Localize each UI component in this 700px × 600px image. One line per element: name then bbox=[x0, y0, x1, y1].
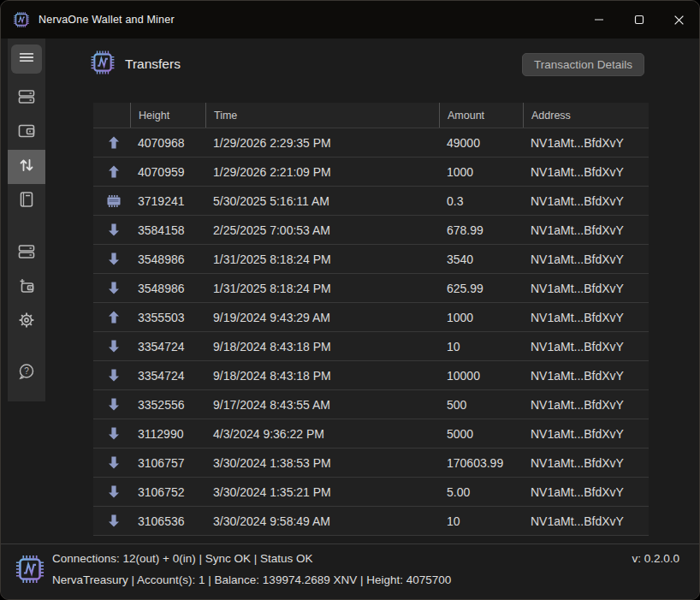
table-row[interactable]: 4070959 1/29/2026 2:21:09 PM 1000 NV1aMt… bbox=[93, 157, 649, 187]
table-row[interactable]: 3106752 3/30/2024 1:35:21 PM 5.00 NV1aMt… bbox=[93, 478, 649, 507]
received-down-arrow-icon bbox=[107, 514, 121, 528]
tx-time: 1/31/2025 8:18:24 PM bbox=[205, 245, 439, 273]
minimize-button[interactable] bbox=[578, 1, 619, 39]
main-content: Transfers Transaction Details Height Tim… bbox=[45, 39, 692, 544]
nerva-chip-logo-footer-icon bbox=[15, 554, 45, 588]
tx-amount: 3540 bbox=[439, 245, 523, 273]
table-row[interactable]: 3112990 4/3/2024 9:36:22 PM 5000 NV1aMt.… bbox=[93, 419, 649, 449]
column-header-icon bbox=[93, 103, 130, 128]
maximize-button[interactable] bbox=[619, 1, 659, 39]
tx-address: NV1aMt...BfdXvY bbox=[523, 245, 649, 273]
status-bar: Connections: 12(out) + 0(in) | Sync OK |… bbox=[1, 544, 699, 599]
tx-address: NV1aMt...BfdXvY bbox=[523, 507, 649, 535]
received-down-arrow-icon bbox=[107, 223, 121, 237]
tx-height: 3354724 bbox=[130, 361, 205, 389]
tx-address: NV1aMt...BfdXvY bbox=[523, 361, 649, 389]
received-down-arrow-icon bbox=[107, 368, 121, 383]
tx-height: 4070968 bbox=[130, 128, 205, 157]
tx-address: NV1aMt...BfdXvY bbox=[523, 216, 649, 244]
table-row[interactable]: 3106536 3/30/2024 9:58:49 AM 10 NV1aMt..… bbox=[93, 507, 649, 536]
tx-direction-cell bbox=[93, 361, 130, 389]
tx-amount: 5.00 bbox=[439, 478, 523, 506]
table-row[interactable]: 3106757 3/30/2024 1:38:53 PM 170603.99 N… bbox=[93, 449, 649, 478]
sidebar-item-daemon[interactable] bbox=[8, 81, 45, 116]
tx-height: 4070959 bbox=[130, 157, 205, 186]
tx-height: 3355503 bbox=[130, 303, 205, 331]
tx-height: 3106752 bbox=[130, 478, 205, 506]
tx-amount: 500 bbox=[439, 390, 523, 419]
sidebar-item-daemon-setup[interactable] bbox=[8, 236, 45, 270]
table-header: Height Time Amount Address bbox=[93, 103, 649, 128]
tx-direction-cell bbox=[93, 128, 130, 157]
tx-height: 3354724 bbox=[130, 332, 205, 360]
table-row[interactable]: 3584158 2/25/2025 7:00:53 AM 678.99 NV1a… bbox=[93, 216, 649, 245]
connection-status-text: Connections: 12(out) + 0(in) | Sync OK |… bbox=[52, 552, 313, 565]
window-title: NervaOne Wallet and Miner bbox=[39, 14, 175, 26]
app-window: NervaOne Wallet and Miner bbox=[0, 0, 700, 600]
tx-direction-cell bbox=[93, 187, 130, 215]
tx-time: 1/29/2026 2:29:35 PM bbox=[205, 128, 439, 157]
sidebar-item-help[interactable]: ? bbox=[8, 356, 45, 390]
tx-address: NV1aMt...BfdXvY bbox=[523, 303, 649, 331]
tx-height: 3106757 bbox=[130, 449, 205, 477]
tx-time: 3/30/2024 1:35:21 PM bbox=[205, 478, 439, 506]
tx-time: 1/31/2025 8:18:24 PM bbox=[205, 274, 439, 302]
table-row[interactable]: 3352556 9/17/2024 8:43:55 AM 500 NV1aMt.… bbox=[93, 390, 649, 419]
received-down-arrow-icon bbox=[107, 426, 121, 441]
gear-icon bbox=[17, 311, 36, 333]
tx-height: 3548986 bbox=[130, 274, 205, 302]
column-header-amount[interactable]: Amount bbox=[439, 103, 523, 128]
menu-toggle-button[interactable] bbox=[11, 45, 42, 74]
table-row[interactable]: 3548986 1/31/2025 8:18:24 PM 625.99 NV1a… bbox=[93, 274, 649, 303]
transfers-table: Height Time Amount Address bbox=[93, 103, 649, 536]
sidebar-item-ledger[interactable] bbox=[8, 184, 45, 218]
sidebar-item-settings[interactable] bbox=[8, 305, 45, 339]
page-header: Transfers Transaction Details bbox=[90, 50, 644, 79]
received-down-arrow-icon bbox=[107, 339, 121, 353]
wallet-plus-icon bbox=[17, 276, 36, 299]
tx-time: 3/30/2024 9:58:49 AM bbox=[205, 507, 439, 535]
tx-amount: 10 bbox=[439, 507, 523, 535]
column-header-address[interactable]: Address bbox=[523, 103, 649, 128]
tx-time: 9/18/2024 8:43:18 PM bbox=[205, 332, 439, 360]
sidebar-item-transfers[interactable] bbox=[8, 150, 45, 184]
table-row[interactable]: 3548986 1/31/2025 8:18:24 PM 3540 NV1aMt… bbox=[93, 245, 649, 274]
tx-address: NV1aMt...BfdXvY bbox=[523, 187, 649, 215]
app-version-text: v: 0.2.0.0 bbox=[632, 552, 679, 565]
tx-address: NV1aMt...BfdXvY bbox=[523, 478, 649, 506]
question-bubble-icon: ? bbox=[17, 362, 36, 384]
tx-amount: 170603.99 bbox=[439, 449, 523, 477]
tx-address: NV1aMt...BfdXvY bbox=[523, 419, 649, 448]
table-row[interactable]: 4070968 1/29/2026 2:29:35 PM 49000 NV1aM… bbox=[93, 128, 649, 157]
tx-amount: 5000 bbox=[439, 419, 523, 448]
hamburger-icon bbox=[18, 49, 35, 69]
tx-height: 3584158 bbox=[130, 216, 205, 244]
tx-time: 3/30/2024 1:38:53 PM bbox=[205, 449, 439, 477]
close-button[interactable] bbox=[659, 1, 699, 39]
tx-direction-cell bbox=[93, 390, 130, 419]
svg-text:?: ? bbox=[24, 366, 29, 376]
tx-amount: 10000 bbox=[439, 361, 523, 389]
tx-direction-cell bbox=[93, 507, 130, 535]
sidebar-item-wallet[interactable] bbox=[8, 116, 45, 150]
table-row[interactable]: 3719241 5/30/2025 5:16:11 AM 0.3 NV1aMt.… bbox=[93, 187, 649, 216]
tx-address: NV1aMt...BfdXvY bbox=[523, 128, 649, 157]
tx-direction-cell bbox=[93, 245, 130, 273]
received-down-arrow-icon bbox=[107, 252, 121, 266]
tx-amount: 678.99 bbox=[439, 216, 523, 244]
transaction-details-button[interactable]: Transaction Details bbox=[522, 53, 644, 76]
column-header-time[interactable]: Time bbox=[205, 103, 439, 128]
table-row[interactable]: 3354724 9/18/2024 8:43:18 PM 10 NV1aMt..… bbox=[93, 332, 649, 361]
table-row[interactable]: 3355503 9/19/2024 9:43:29 AM 1000 NV1aMt… bbox=[93, 303, 649, 332]
received-down-arrow-icon bbox=[107, 455, 121, 470]
tx-address: NV1aMt...BfdXvY bbox=[523, 274, 649, 302]
sidebar-item-wallet-setup[interactable] bbox=[8, 270, 45, 305]
tx-time: 4/3/2024 9:36:22 PM bbox=[205, 419, 439, 448]
column-header-height[interactable]: Height bbox=[130, 103, 205, 128]
tx-time: 9/17/2024 8:43:55 AM bbox=[205, 390, 439, 419]
table-row[interactable]: 3354724 9/18/2024 8:43:18 PM 10000 NV1aM… bbox=[93, 361, 649, 390]
nerva-chip-logo-icon bbox=[90, 50, 116, 79]
table-body: 4070968 1/29/2026 2:29:35 PM 49000 NV1aM… bbox=[93, 128, 649, 536]
tx-time: 9/18/2024 8:43:18 PM bbox=[205, 361, 439, 389]
tx-address: NV1aMt...BfdXvY bbox=[523, 449, 649, 477]
